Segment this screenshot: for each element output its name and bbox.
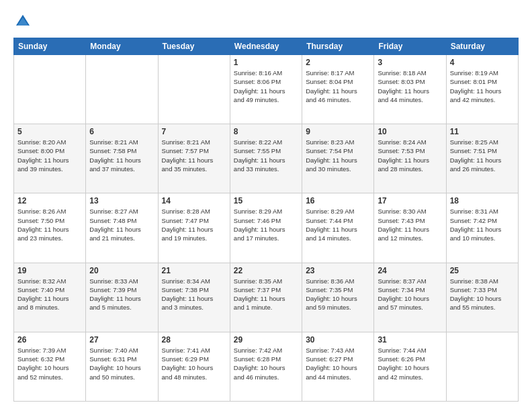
day-number: 23 — [306, 266, 370, 275]
day-info: Sunrise: 7:39 AM Sunset: 6:32 PM Dayligh… — [17, 346, 82, 381]
calendar-cell: 27Sunrise: 7:40 AM Sunset: 6:31 PM Dayli… — [86, 332, 158, 401]
day-number: 9 — [306, 127, 370, 136]
calendar-cell: 9Sunrise: 8:23 AM Sunset: 7:54 PM Daylig… — [302, 124, 374, 193]
day-info: Sunrise: 8:29 AM Sunset: 7:46 PM Dayligh… — [234, 207, 298, 242]
day-number: 11 — [450, 127, 515, 136]
day-info: Sunrise: 8:38 AM Sunset: 7:33 PM Dayligh… — [450, 277, 515, 312]
day-info: Sunrise: 7:44 AM Sunset: 6:26 PM Dayligh… — [378, 346, 442, 381]
calendar-cell: 5Sunrise: 8:20 AM Sunset: 8:00 PM Daylig… — [14, 124, 86, 193]
day-info: Sunrise: 8:22 AM Sunset: 7:55 PM Dayligh… — [234, 138, 298, 173]
day-number: 16 — [306, 196, 370, 205]
day-info: Sunrise: 8:36 AM Sunset: 7:35 PM Dayligh… — [306, 277, 370, 312]
calendar-cell: 29Sunrise: 7:42 AM Sunset: 6:28 PM Dayli… — [230, 332, 302, 401]
calendar-cell: 30Sunrise: 7:43 AM Sunset: 6:27 PM Dayli… — [302, 332, 374, 401]
day-number: 14 — [162, 196, 226, 205]
day-number: 10 — [378, 127, 442, 136]
calendar-cell: 23Sunrise: 8:36 AM Sunset: 7:35 PM Dayli… — [302, 263, 374, 332]
day-number: 6 — [89, 127, 154, 136]
day-info: Sunrise: 8:32 AM Sunset: 7:40 PM Dayligh… — [17, 277, 82, 312]
day-info: Sunrise: 8:17 AM Sunset: 8:04 PM Dayligh… — [306, 68, 370, 104]
day-number: 21 — [162, 266, 226, 275]
day-info: Sunrise: 8:35 AM Sunset: 7:37 PM Dayligh… — [234, 277, 298, 312]
day-number: 1 — [234, 58, 298, 67]
day-number: 31 — [378, 335, 442, 345]
day-info: Sunrise: 8:21 AM Sunset: 7:57 PM Dayligh… — [162, 138, 226, 173]
day-number: 12 — [17, 196, 82, 205]
day-info: Sunrise: 7:43 AM Sunset: 6:27 PM Dayligh… — [306, 346, 370, 381]
calendar-cell — [446, 332, 518, 401]
day-number: 18 — [450, 196, 515, 205]
weekday-header-saturday: Saturday — [446, 38, 518, 55]
day-info: Sunrise: 8:19 AM Sunset: 8:01 PM Dayligh… — [450, 68, 515, 104]
day-number: 20 — [89, 266, 154, 275]
calendar-cell: 15Sunrise: 8:29 AM Sunset: 7:46 PM Dayli… — [230, 193, 302, 263]
day-info: Sunrise: 8:18 AM Sunset: 8:03 PM Dayligh… — [378, 68, 442, 104]
weekday-header-thursday: Thursday — [302, 38, 374, 55]
weekday-header-wednesday: Wednesday — [230, 38, 302, 55]
header — [13, 12, 519, 31]
calendar-cell: 26Sunrise: 7:39 AM Sunset: 6:32 PM Dayli… — [14, 332, 86, 401]
calendar-cell: 22Sunrise: 8:35 AM Sunset: 7:37 PM Dayli… — [230, 263, 302, 332]
logo — [13, 12, 35, 31]
day-number: 22 — [234, 266, 298, 275]
day-info: Sunrise: 8:29 AM Sunset: 7:44 PM Dayligh… — [306, 207, 370, 242]
day-number: 8 — [234, 127, 298, 136]
calendar-week-row: 12Sunrise: 8:26 AM Sunset: 7:50 PM Dayli… — [14, 193, 519, 263]
day-info: Sunrise: 8:31 AM Sunset: 7:42 PM Dayligh… — [450, 207, 515, 242]
day-number: 13 — [89, 196, 154, 205]
day-info: Sunrise: 8:30 AM Sunset: 7:43 PM Dayligh… — [378, 207, 442, 242]
day-number: 28 — [162, 335, 226, 345]
page: SundayMondayTuesdayWednesdayThursdayFrid… — [0, 0, 532, 411]
day-number: 17 — [378, 196, 442, 205]
calendar-cell: 3Sunrise: 8:18 AM Sunset: 8:03 PM Daylig… — [374, 55, 446, 124]
calendar-cell: 8Sunrise: 8:22 AM Sunset: 7:55 PM Daylig… — [230, 124, 302, 193]
weekday-header-friday: Friday — [374, 38, 446, 55]
day-info: Sunrise: 7:42 AM Sunset: 6:28 PM Dayligh… — [234, 346, 298, 381]
calendar-cell: 19Sunrise: 8:32 AM Sunset: 7:40 PM Dayli… — [14, 263, 86, 332]
calendar-table: SundayMondayTuesdayWednesdayThursdayFrid… — [13, 38, 519, 402]
day-info: Sunrise: 8:27 AM Sunset: 7:48 PM Dayligh… — [89, 207, 154, 242]
day-number: 3 — [378, 58, 442, 67]
day-info: Sunrise: 8:20 AM Sunset: 8:00 PM Dayligh… — [17, 138, 82, 173]
day-number: 26 — [17, 335, 82, 345]
day-info: Sunrise: 8:33 AM Sunset: 7:39 PM Dayligh… — [89, 277, 154, 312]
calendar-cell: 12Sunrise: 8:26 AM Sunset: 7:50 PM Dayli… — [14, 193, 86, 263]
day-info: Sunrise: 7:40 AM Sunset: 6:31 PM Dayligh… — [89, 346, 154, 381]
day-number: 24 — [378, 266, 442, 275]
calendar-cell: 11Sunrise: 8:25 AM Sunset: 7:51 PM Dayli… — [446, 124, 518, 193]
calendar-cell: 14Sunrise: 8:28 AM Sunset: 7:47 PM Dayli… — [158, 193, 230, 263]
calendar-cell: 28Sunrise: 7:41 AM Sunset: 6:29 PM Dayli… — [158, 332, 230, 401]
day-number: 30 — [306, 335, 370, 345]
day-info: Sunrise: 7:41 AM Sunset: 6:29 PM Dayligh… — [162, 346, 226, 381]
day-number: 25 — [450, 266, 515, 275]
day-info: Sunrise: 8:23 AM Sunset: 7:54 PM Dayligh… — [306, 138, 370, 173]
day-number: 19 — [17, 266, 82, 275]
calendar-cell — [14, 55, 86, 124]
calendar-cell — [86, 55, 158, 124]
day-number: 15 — [234, 196, 298, 205]
calendar-cell: 25Sunrise: 8:38 AM Sunset: 7:33 PM Dayli… — [446, 263, 518, 332]
weekday-header-monday: Monday — [86, 38, 158, 55]
calendar-cell: 7Sunrise: 8:21 AM Sunset: 7:57 PM Daylig… — [158, 124, 230, 193]
calendar-week-row: 26Sunrise: 7:39 AM Sunset: 6:32 PM Dayli… — [14, 332, 519, 401]
calendar-cell: 4Sunrise: 8:19 AM Sunset: 8:01 PM Daylig… — [446, 55, 518, 124]
calendar-week-row: 19Sunrise: 8:32 AM Sunset: 7:40 PM Dayli… — [14, 263, 519, 332]
calendar-cell: 2Sunrise: 8:17 AM Sunset: 8:04 PM Daylig… — [302, 55, 374, 124]
calendar-cell: 24Sunrise: 8:37 AM Sunset: 7:34 PM Dayli… — [374, 263, 446, 332]
day-info: Sunrise: 8:16 AM Sunset: 8:06 PM Dayligh… — [234, 68, 298, 104]
calendar-cell: 17Sunrise: 8:30 AM Sunset: 7:43 PM Dayli… — [374, 193, 446, 263]
weekday-header-row: SundayMondayTuesdayWednesdayThursdayFrid… — [14, 38, 519, 55]
calendar-cell: 21Sunrise: 8:34 AM Sunset: 7:38 PM Dayli… — [158, 263, 230, 332]
calendar-cell: 20Sunrise: 8:33 AM Sunset: 7:39 PM Dayli… — [86, 263, 158, 332]
calendar-cell: 31Sunrise: 7:44 AM Sunset: 6:26 PM Dayli… — [374, 332, 446, 401]
day-number: 7 — [162, 127, 226, 136]
weekday-header-sunday: Sunday — [14, 38, 86, 55]
day-info: Sunrise: 8:34 AM Sunset: 7:38 PM Dayligh… — [162, 277, 226, 312]
day-number: 27 — [89, 335, 154, 345]
day-info: Sunrise: 8:24 AM Sunset: 7:53 PM Dayligh… — [378, 138, 442, 173]
day-info: Sunrise: 8:21 AM Sunset: 7:58 PM Dayligh… — [89, 138, 154, 173]
day-info: Sunrise: 8:25 AM Sunset: 7:51 PM Dayligh… — [450, 138, 515, 173]
day-info: Sunrise: 8:37 AM Sunset: 7:34 PM Dayligh… — [378, 277, 442, 312]
calendar-cell: 18Sunrise: 8:31 AM Sunset: 7:42 PM Dayli… — [446, 193, 518, 263]
day-info: Sunrise: 8:28 AM Sunset: 7:47 PM Dayligh… — [162, 207, 226, 242]
